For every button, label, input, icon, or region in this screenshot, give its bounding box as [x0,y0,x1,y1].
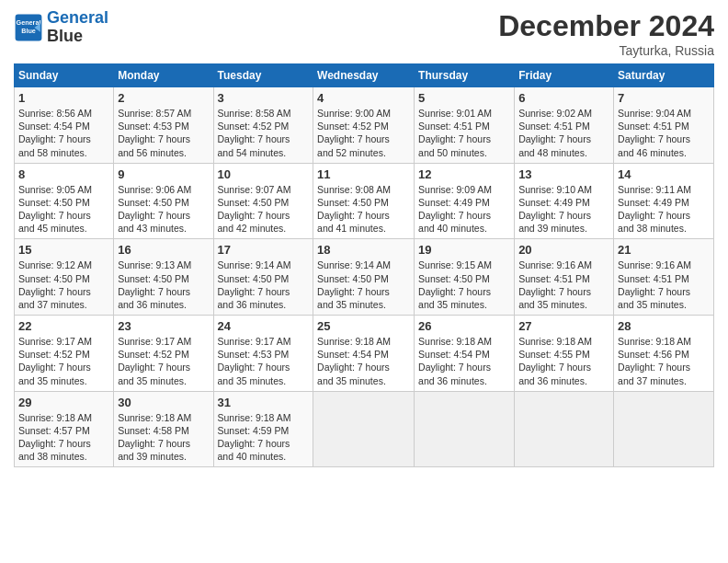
day-number: 30 [118,396,209,409]
day-info: Sunrise: 9:17 AM Sunset: 4:52 PM Dayligh… [118,335,209,387]
day-cell: 31Sunrise: 9:18 AM Sunset: 4:59 PM Dayli… [213,391,313,467]
day-cell [515,391,614,467]
day-number: 13 [518,167,609,181]
header-row: General Blue General Blue December 2024 … [14,9,714,58]
day-number: 7 [618,91,710,105]
day-number: 12 [418,167,510,181]
day-cell: 15Sunrise: 9:12 AM Sunset: 4:50 PM Dayli… [15,239,114,316]
day-cell: 3Sunrise: 8:58 AM Sunset: 4:52 PM Daylig… [213,87,313,164]
day-number: 19 [418,243,510,257]
day-cell: 21Sunrise: 9:16 AM Sunset: 4:51 PM Dayli… [614,239,714,316]
day-number: 18 [317,243,410,257]
day-info: Sunrise: 9:12 AM Sunset: 4:50 PM Dayligh… [18,259,109,311]
week-row-3: 15Sunrise: 9:12 AM Sunset: 4:50 PM Dayli… [15,239,714,316]
day-info: Sunrise: 9:14 AM Sunset: 4:50 PM Dayligh… [218,259,310,311]
day-info: Sunrise: 9:16 AM Sunset: 4:51 PM Dayligh… [618,259,710,311]
day-info: Sunrise: 9:09 AM Sunset: 4:49 PM Dayligh… [418,183,510,236]
day-info: Sunrise: 9:04 AM Sunset: 4:51 PM Dayligh… [618,107,710,159]
day-cell: 16Sunrise: 9:13 AM Sunset: 4:50 PM Dayli… [114,239,213,316]
day-cell: 29Sunrise: 9:18 AM Sunset: 4:57 PM Dayli… [15,391,114,467]
svg-text:General: General [17,18,41,27]
day-number: 31 [218,396,310,409]
day-info: Sunrise: 9:06 AM Sunset: 4:50 PM Dayligh… [118,183,209,236]
day-cell: 5Sunrise: 9:01 AM Sunset: 4:51 PM Daylig… [415,87,515,164]
week-row-4: 22Sunrise: 9:17 AM Sunset: 4:52 PM Dayli… [15,316,714,392]
header-tuesday: Tuesday [213,64,313,87]
day-info: Sunrise: 9:17 AM Sunset: 4:53 PM Dayligh… [218,335,310,387]
header-sunday: Sunday [15,64,114,87]
day-info: Sunrise: 8:58 AM Sunset: 4:52 PM Dayligh… [218,107,310,159]
day-info: Sunrise: 9:01 AM Sunset: 4:51 PM Dayligh… [418,107,510,159]
calendar-title: December 2024 [498,9,714,43]
svg-text:Blue: Blue [21,26,36,34]
day-cell: 25Sunrise: 9:18 AM Sunset: 4:54 PM Dayli… [313,316,415,392]
day-info: Sunrise: 8:57 AM Sunset: 4:53 PM Dayligh… [118,107,209,159]
day-info: Sunrise: 8:56 AM Sunset: 4:54 PM Dayligh… [18,107,109,159]
day-cell: 14Sunrise: 9:11 AM Sunset: 4:49 PM Dayli… [614,163,714,239]
day-info: Sunrise: 9:05 AM Sunset: 4:50 PM Dayligh… [18,183,109,236]
day-cell [614,391,714,467]
day-number: 27 [518,319,609,333]
day-cell: 11Sunrise: 9:08 AM Sunset: 4:50 PM Dayli… [313,163,415,239]
day-info: Sunrise: 9:18 AM Sunset: 4:57 PM Dayligh… [18,411,109,464]
day-number: 20 [518,243,609,257]
day-cell: 6Sunrise: 9:02 AM Sunset: 4:51 PM Daylig… [515,87,614,164]
day-number: 22 [18,319,109,333]
logo: General Blue General Blue [14,9,108,46]
week-row-5: 29Sunrise: 9:18 AM Sunset: 4:57 PM Dayli… [15,391,714,467]
day-number: 16 [118,243,209,257]
day-number: 28 [618,319,710,333]
day-number: 3 [218,91,310,105]
day-number: 15 [18,243,109,257]
day-number: 14 [618,167,710,181]
day-cell: 19Sunrise: 9:15 AM Sunset: 4:50 PM Dayli… [415,239,515,316]
header-saturday: Saturday [614,64,714,87]
day-number: 26 [418,319,510,333]
day-info: Sunrise: 9:07 AM Sunset: 4:50 PM Dayligh… [218,183,310,236]
calendar-table: SundayMondayTuesdayWednesdayThursdayFrid… [14,63,714,467]
day-info: Sunrise: 9:13 AM Sunset: 4:50 PM Dayligh… [118,259,209,311]
week-row-1: 1Sunrise: 8:56 AM Sunset: 4:54 PM Daylig… [15,87,714,164]
day-info: Sunrise: 9:18 AM Sunset: 4:58 PM Dayligh… [118,411,209,464]
day-info: Sunrise: 9:00 AM Sunset: 4:52 PM Dayligh… [317,107,410,159]
day-number: 11 [317,167,410,181]
calendar-subtitle: Tayturka, Russia [498,43,714,58]
day-number: 23 [118,319,209,333]
day-cell: 2Sunrise: 8:57 AM Sunset: 4:53 PM Daylig… [114,87,213,164]
day-number: 4 [317,91,410,105]
logo-text: General Blue [47,9,108,46]
day-cell [313,391,415,467]
header-row: SundayMondayTuesdayWednesdayThursdayFrid… [15,64,714,87]
header-friday: Friday [515,64,614,87]
day-info: Sunrise: 9:17 AM Sunset: 4:52 PM Dayligh… [18,335,109,387]
day-info: Sunrise: 9:18 AM Sunset: 4:54 PM Dayligh… [317,335,410,387]
week-row-2: 8Sunrise: 9:05 AM Sunset: 4:50 PM Daylig… [15,163,714,239]
day-number: 25 [317,319,410,333]
day-cell: 9Sunrise: 9:06 AM Sunset: 4:50 PM Daylig… [114,163,213,239]
day-cell: 8Sunrise: 9:05 AM Sunset: 4:50 PM Daylig… [15,163,114,239]
day-cell: 23Sunrise: 9:17 AM Sunset: 4:52 PM Dayli… [114,316,213,392]
day-info: Sunrise: 9:11 AM Sunset: 4:49 PM Dayligh… [618,183,710,236]
day-cell: 10Sunrise: 9:07 AM Sunset: 4:50 PM Dayli… [213,163,313,239]
day-cell: 26Sunrise: 9:18 AM Sunset: 4:54 PM Dayli… [415,316,515,392]
day-cell: 18Sunrise: 9:14 AM Sunset: 4:50 PM Dayli… [313,239,415,316]
day-cell: 4Sunrise: 9:00 AM Sunset: 4:52 PM Daylig… [313,87,415,164]
day-cell: 28Sunrise: 9:18 AM Sunset: 4:56 PM Dayli… [614,316,714,392]
day-info: Sunrise: 9:14 AM Sunset: 4:50 PM Dayligh… [317,259,410,311]
day-cell: 24Sunrise: 9:17 AM Sunset: 4:53 PM Dayli… [213,316,313,392]
logo-line1: General [47,8,108,27]
day-cell: 22Sunrise: 9:17 AM Sunset: 4:52 PM Dayli… [15,316,114,392]
day-info: Sunrise: 9:18 AM Sunset: 4:59 PM Dayligh… [218,411,310,464]
day-info: Sunrise: 9:18 AM Sunset: 4:56 PM Dayligh… [618,335,710,387]
day-number: 29 [18,396,109,409]
day-info: Sunrise: 9:02 AM Sunset: 4:51 PM Dayligh… [518,107,609,159]
day-number: 9 [118,167,209,181]
day-number: 1 [18,91,109,105]
day-number: 2 [118,91,209,105]
day-number: 5 [418,91,510,105]
logo-line2: Blue [47,28,108,46]
day-number: 17 [218,243,310,257]
day-info: Sunrise: 9:10 AM Sunset: 4:49 PM Dayligh… [518,183,609,236]
day-cell: 20Sunrise: 9:16 AM Sunset: 4:51 PM Dayli… [515,239,614,316]
day-cell: 17Sunrise: 9:14 AM Sunset: 4:50 PM Dayli… [213,239,313,316]
